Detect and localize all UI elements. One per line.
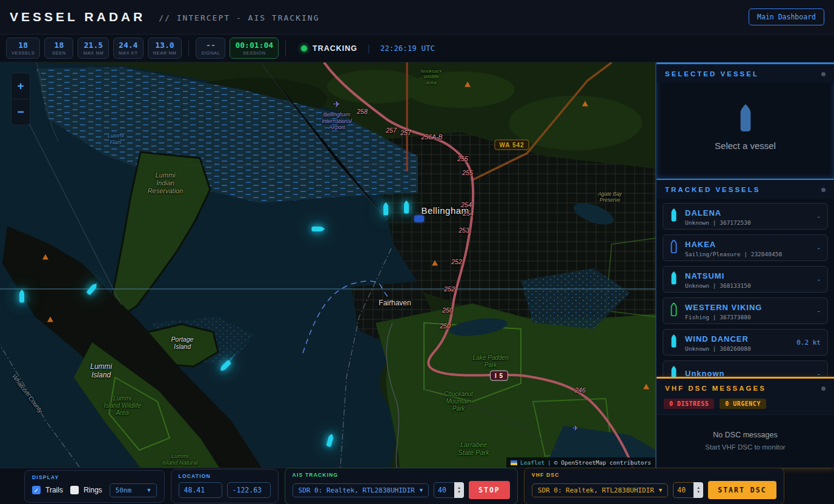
main-dashboard-button[interactable]: Main Dashboard	[749, 8, 824, 25]
vhf-gain-stepper[interactable]: ▲▼	[693, 482, 703, 498]
display-panel-label: DISPLAY	[32, 474, 157, 480]
trails-checkbox[interactable]: ✓	[32, 486, 41, 494]
zoom-in-button[interactable]: +	[12, 73, 30, 99]
session-label: SESSION	[235, 50, 273, 56]
stat-chip: 24.4MAX KT	[113, 38, 144, 59]
peak-icon	[582, 101, 588, 107]
vhf-dsc-header: VHF DSC MESSAGES	[657, 379, 834, 397]
vessel-marker[interactable]	[403, 201, 410, 214]
vessel-name: NATSUMI	[685, 271, 724, 280]
stat-label: MAX KT	[119, 50, 138, 56]
divider: |	[548, 459, 551, 466]
tracked-vessels-header: TRACKED VESSELS	[657, 180, 834, 199]
vhf-start-dsc-button[interactable]: START DSC	[708, 481, 776, 499]
stat-label: NEAR NM	[153, 50, 177, 56]
tracked-vessel-row[interactable]: WIND DANCERUnknown | 3682600800.2 kt	[663, 329, 828, 356]
divider	[188, 41, 189, 56]
stat-value: 24.4	[119, 41, 138, 50]
vessel-speed: 0.2 kt	[796, 339, 821, 346]
peak-icon	[42, 254, 48, 260]
display-panel: DISPLAY ✓ Trails Rings 50nm ▼	[24, 470, 165, 503]
vessel-marker[interactable]	[382, 202, 389, 216]
zoom-out-button[interactable]: −	[12, 99, 30, 125]
vessel-meta: Unknown | 367172530	[685, 219, 809, 226]
location-panel: LOCATION	[171, 469, 279, 503]
dsc-empty-state: No DSC messages Start VHF DSC to monitor	[657, 415, 834, 466]
longitude-input[interactable]	[227, 482, 271, 498]
sidebar: SELECTED VESSEL Select a vessel TRACKED …	[656, 62, 834, 468]
panel-status-dot	[821, 72, 826, 76]
leaflet-link[interactable]: Leaflet	[520, 459, 544, 466]
ais-stop-button[interactable]: STOP	[469, 481, 510, 499]
osm-attribution[interactable]: © OpenStreetMap contributors	[554, 459, 651, 466]
vhf-gain-input[interactable]	[673, 482, 693, 498]
vessel-type-icon	[670, 303, 678, 319]
stats-bar: 18VESSELS18SEEN21.5MAX NM24.4MAX KT13.0N…	[0, 35, 834, 62]
vessel-type-icon	[670, 334, 678, 350]
tracked-vessel-row[interactable]: HAKEASailing/Pleasure | 232040450-	[663, 234, 828, 261]
map-canvas[interactable]: Nooksack Wildlife AreaBellingham Interna…	[0, 62, 656, 468]
rings-checkbox[interactable]	[70, 486, 79, 494]
signal-value: --	[201, 41, 220, 50]
vessel-type-icon	[670, 271, 678, 287]
vessel-type-icon	[670, 208, 678, 224]
vessel-marker[interactable]	[311, 225, 325, 233]
select-vessel-hint: Select a vessel	[715, 141, 776, 151]
stat-value: 21.5	[83, 41, 104, 50]
map-attribution: Leaflet | © OpenStreetMap contributors	[506, 457, 655, 468]
stat-chip: 18VESSELS	[6, 38, 40, 59]
tracked-vessel-row[interactable]: WESTERN VIKINGFishing | 367373880-	[663, 297, 828, 324]
session-chip: 00:01:04 SESSION	[230, 38, 279, 59]
selected-vessel-title: SELECTED VESSEL	[665, 70, 759, 78]
ais-gain-input[interactable]	[434, 482, 454, 498]
signal-label: SIGNAL	[201, 50, 220, 56]
ais-gain-stepper[interactable]: ▲▼	[454, 482, 464, 498]
chevron-down-icon: ▼	[420, 487, 423, 493]
vessel-meta: Sailing/Pleasure | 232040450	[685, 251, 809, 257]
trails-label: Trails	[45, 486, 63, 494]
vhf-sdr-select[interactable]: SDR 0: Realtek, RTL2838UHIDIR ▼	[532, 483, 668, 497]
tracking-status-label: TRACKING	[313, 44, 357, 53]
latitude-input[interactable]	[179, 482, 222, 498]
vhf-dsc-panel: VHF DSC MESSAGES 0 DISTRESS 0 URGENCY No…	[657, 377, 834, 468]
route-shield: WA 542	[494, 140, 529, 150]
peak-icon	[432, 260, 438, 266]
airport-icon: ✈	[333, 99, 340, 109]
tracking-status: TRACKING	[301, 44, 357, 53]
tracked-vessel-row[interactable]: DALENAUnknown | 367172530-	[663, 203, 828, 230]
vhf-dsc-control-panel: VHF DSC SDR 0: Realtek, RTL2838UHIDIR ▼ …	[524, 468, 784, 504]
ais-sdr-select[interactable]: SDR 0: Realtek, RTL2838UHIDIR ▼	[293, 483, 429, 497]
vessel-speed: -	[816, 370, 821, 377]
vessel-speed: -	[816, 307, 821, 315]
tracked-vessel-row[interactable]: NATSUMIUnknown | 368133150-	[663, 266, 828, 293]
vhf-sdr-select-value: SDR 0: Realtek, RTL2838UHIDIR	[538, 486, 654, 494]
tracked-vessel-row[interactable]: Unknown-	[663, 360, 828, 377]
tracked-vessels-title: TRACKED VESSELS	[665, 186, 760, 193]
app-subtitle: // INTERCEPT - AIS TRACKING	[159, 13, 319, 22]
vhf-panel-label: VHF DSC	[532, 472, 776, 478]
stat-value: 18	[12, 41, 35, 50]
vessel-marker[interactable]	[18, 290, 25, 303]
stat-chip: 21.5MAX NM	[78, 38, 109, 59]
panel-status-dot	[821, 386, 826, 391]
urgency-badge: 0 URGENCY	[720, 399, 766, 409]
vessel-meta: Fishing | 367373880	[685, 314, 809, 320]
vessel-name: Unknown	[685, 369, 725, 377]
ais-sdr-select-value: SDR 0: Realtek, RTL2838UHIDIR	[299, 486, 415, 494]
dsc-empty-hint: Start VHF DSC to monitor	[705, 443, 785, 451]
range-select-value: 50nm	[116, 486, 132, 494]
vessel-name: DALENA	[685, 208, 721, 217]
map-zoom-control: + −	[11, 73, 30, 125]
vessel-name: WIND DANCER	[685, 334, 749, 343]
stat-value: 18	[50, 41, 68, 50]
signal-chip: -- SIGNAL	[196, 38, 225, 59]
vessel-speed: -	[816, 213, 821, 220]
rings-label: Rings	[84, 486, 102, 494]
stat-label: MAX NM	[83, 50, 104, 56]
vessel-meta: Unknown | 368260080	[685, 345, 789, 352]
range-select[interactable]: 50nm ▼	[110, 483, 157, 497]
stat-chips: 18VESSELS18SEEN21.5MAX NM24.4MAX KT13.0N…	[6, 38, 182, 59]
ukraine-flag-icon	[511, 460, 517, 465]
location-panel-label: LOCATION	[179, 473, 271, 479]
tracked-vessels-panel: TRACKED VESSELS DALENAUnknown | 36717253…	[657, 179, 834, 377]
